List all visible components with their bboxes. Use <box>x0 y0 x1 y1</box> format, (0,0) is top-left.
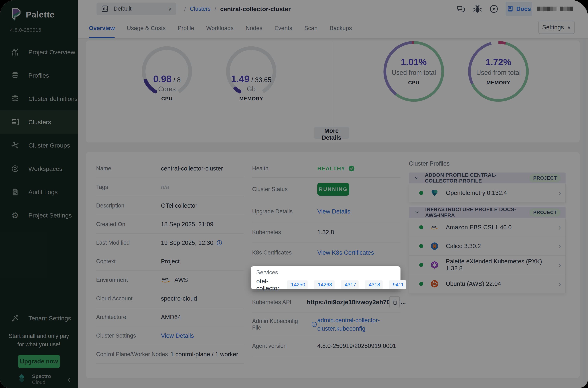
service-name: otel-collector <box>256 278 279 292</box>
service-port-link[interactable]: :4318 <box>365 280 383 289</box>
service-port-link[interactable]: :9411 <box>389 280 406 289</box>
services-spotlight: Services otel-collector :14250 :14268 :4… <box>251 266 401 289</box>
service-port-link[interactable]: :14268 <box>314 280 335 289</box>
service-port-link[interactable]: :14250 <box>287 280 308 289</box>
spotlight-dim-overlay <box>0 0 588 388</box>
service-port-link[interactable]: :4317 <box>341 280 359 289</box>
app-window: Palette 4.8.0-250916 Project Overview <box>0 0 588 388</box>
services-label: Services <box>256 269 395 276</box>
services-row: otel-collector :14250 :14268 :4317 :4318… <box>256 278 395 292</box>
